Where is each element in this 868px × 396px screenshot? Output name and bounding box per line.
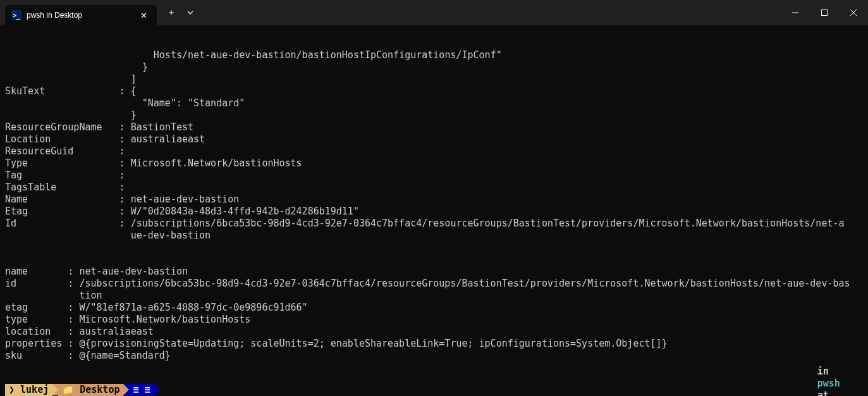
terminal-area[interactable]: Hosts/net-aue-dev-bastion/bastionHostIpC… (0, 25, 868, 396)
tab-dropdown-button[interactable] (182, 7, 199, 18)
minimize-icon (792, 9, 798, 16)
prompt-separator-icon (123, 384, 129, 395)
prompt-branch-segment: ≡ ≡ (129, 384, 154, 396)
prompt-separator-icon (154, 384, 160, 395)
chevron-down-icon (187, 11, 193, 15)
terminal-output: Hosts/net-aue-dev-bastion/bastionHostIpC… (5, 49, 863, 362)
prompt-user: lukej (20, 384, 49, 396)
tab-active[interactable]: >_ pwsh in Desktop ✕ (5, 5, 157, 25)
minimize-button[interactable] (781, 3, 810, 23)
svg-rect-1 (822, 10, 828, 16)
prompt-folder: Desktop (80, 384, 119, 396)
title-bar: >_ pwsh in Desktop ✕ ＋ (0, 0, 868, 25)
new-tab-button[interactable]: ＋ (161, 3, 182, 22)
tab-title: pwsh in Desktop (27, 11, 137, 20)
prompt-right-in: in (817, 366, 829, 377)
prompt-right-shell: pwsh (817, 378, 840, 389)
prompt-right: in pwsh at 12:58:50 (783, 354, 863, 396)
prompt-right-at: at (817, 390, 829, 396)
tab-close-button[interactable]: ✕ (137, 9, 150, 22)
folder-icon: 📁 (62, 384, 74, 396)
prompt-folder-segment: 📁 Desktop (58, 384, 123, 396)
window-controls (781, 3, 868, 23)
prompt-user-segment: ❯ lukej (5, 384, 52, 396)
close-icon (850, 9, 857, 16)
maximize-icon (821, 9, 828, 16)
powershell-icon-glyph: >_ (13, 12, 20, 19)
prompt-line: ❯ lukej 📁 Desktop ≡ ≡ in pwsh at 12:58:5… (5, 383, 863, 396)
prompt-separator-icon (52, 384, 58, 395)
close-button[interactable] (839, 3, 868, 23)
powershell-icon: >_ (11, 10, 21, 20)
maximize-button[interactable] (810, 3, 839, 23)
